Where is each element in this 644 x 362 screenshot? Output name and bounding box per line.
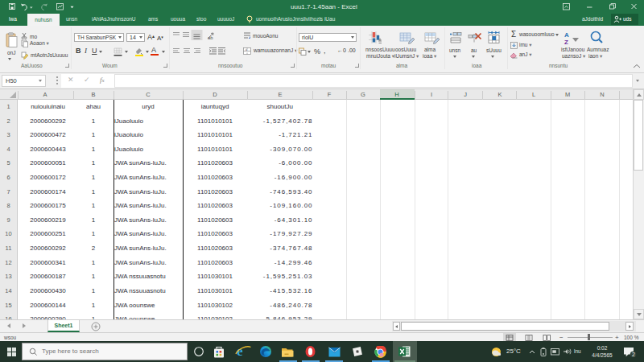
svg-text:ab: ab: [208, 35, 213, 40]
svg-text:2: 2: [632, 352, 635, 357]
svg-text:Z: Z: [564, 39, 568, 46]
